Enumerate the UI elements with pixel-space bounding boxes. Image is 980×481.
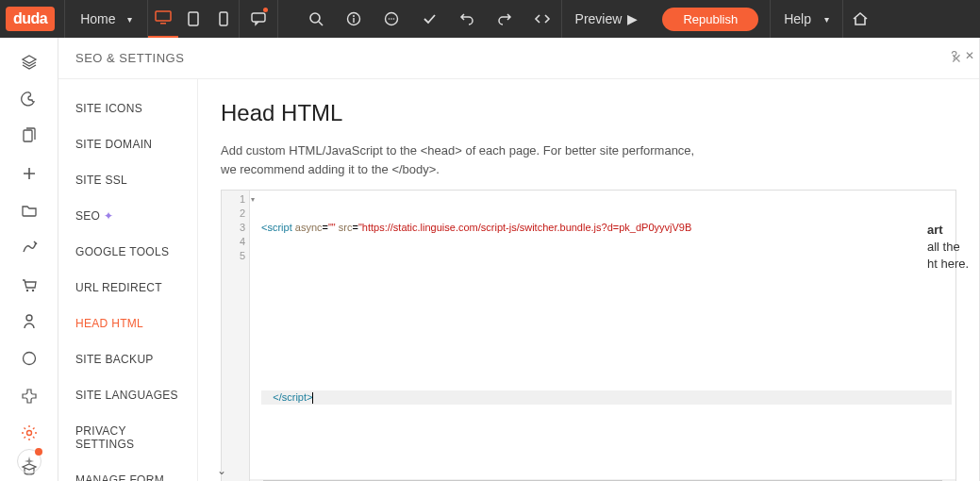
- svg-rect-4: [252, 13, 265, 22]
- code-content[interactable]: <script async="" src="https://static.lin…: [250, 191, 955, 481]
- svg-point-11: [388, 18, 390, 20]
- mobile-device-icon[interactable]: [208, 0, 239, 38]
- ecommerce-icon[interactable]: [18, 274, 41, 295]
- code-line: [261, 306, 952, 320]
- code-line: </script>: [261, 390, 952, 405]
- sparkle-icon: ✦: [104, 209, 113, 223]
- nav-url-redirect[interactable]: URL REDIRECT: [58, 270, 197, 306]
- line-number: 5: [222, 249, 245, 263]
- svg-rect-9: [353, 18, 354, 23]
- code-line: [261, 348, 952, 362]
- svg-line-6: [319, 22, 323, 25]
- svg-point-19: [26, 430, 31, 435]
- settings-panel: SEO & SETTINGS ✕ SITE ICONS SITE DOMAIN …: [58, 38, 980, 481]
- svg-point-13: [392, 18, 394, 20]
- chat-icon[interactable]: [373, 0, 410, 38]
- preview-button[interactable]: Preview ▶: [562, 0, 652, 38]
- line-number: 1: [222, 192, 245, 207]
- chevron-down-icon: ▾: [127, 14, 132, 25]
- home-icon[interactable]: [843, 0, 877, 38]
- page-dropdown[interactable]: Home ▾: [65, 0, 146, 38]
- tablet-device-icon[interactable]: [178, 0, 208, 38]
- svg-rect-3: [220, 12, 227, 25]
- palette-icon[interactable]: [18, 88, 41, 109]
- redo-icon[interactable]: [486, 0, 523, 38]
- svg-point-8: [353, 15, 355, 17]
- republish-button[interactable]: Republish: [662, 8, 758, 31]
- body-area: SEO & SETTINGS ✕ SITE ICONS SITE DOMAIN …: [0, 38, 980, 481]
- code-editor[interactable]: 1 2 3 4 5 <script async="" src="https://…: [221, 190, 956, 481]
- search-icon[interactable]: [297, 0, 335, 38]
- nav-google-tools[interactable]: GOOGLE TOOLS: [58, 234, 197, 270]
- code-gutter: 1 2 3 4 5: [222, 191, 250, 481]
- folder-icon[interactable]: [18, 199, 41, 221]
- svg-point-12: [390, 18, 392, 20]
- apps-icon[interactable]: [18, 385, 41, 406]
- nav-site-ssl[interactable]: SITE SSL: [58, 162, 197, 198]
- nav-manage-form[interactable]: MANAGE FORM: [58, 462, 197, 481]
- line-number: 4: [222, 235, 245, 249]
- comments-icon[interactable]: [240, 0, 277, 38]
- checkmark-icon[interactable]: [410, 0, 448, 38]
- svg-point-17: [26, 315, 32, 321]
- svg-point-5: [310, 13, 320, 23]
- left-rail: [0, 38, 58, 481]
- brand-logo[interactable]: duda: [6, 7, 55, 31]
- settings-gear-icon[interactable]: [18, 422, 41, 443]
- panel-main: Head HTML Add custom HTML/JavaScript to …: [198, 79, 979, 481]
- panel-title: SEO & SETTINGS: [75, 51, 184, 65]
- preview-label: Preview: [575, 11, 623, 26]
- code-line: <script async="" src="https://static.lin…: [261, 221, 952, 235]
- nav-site-icons[interactable]: SITE ICONS: [58, 91, 197, 126]
- personalize-icon[interactable]: [18, 237, 41, 258]
- play-icon: ▶: [627, 11, 638, 26]
- undo-icon[interactable]: [448, 0, 486, 38]
- nav-site-backup[interactable]: SITE BACKUP: [58, 341, 197, 377]
- ai-assistant-icon[interactable]: [17, 449, 42, 473]
- chevron-down-icon[interactable]: ⌄: [217, 464, 226, 477]
- nav-seo[interactable]: SEO✦: [58, 198, 197, 234]
- help-dropdown[interactable]: Help ▾: [771, 0, 842, 38]
- close-icon[interactable]: ✕: [951, 51, 963, 66]
- page-description: Add custom HTML/JavaScript to the <head>…: [221, 141, 711, 178]
- top-bar: duda Home ▾: [0, 0, 980, 38]
- device-switcher: [148, 0, 239, 38]
- info-icon[interactable]: [335, 0, 373, 38]
- svg-rect-2: [189, 12, 198, 25]
- nav-site-languages[interactable]: SITE LANGUAGES: [58, 377, 197, 413]
- members-icon[interactable]: [18, 310, 41, 332]
- line-number: 2: [222, 207, 245, 221]
- svg-point-16: [31, 289, 33, 290]
- notification-dot-icon: [35, 448, 42, 456]
- code-line: [261, 263, 952, 277]
- notification-dot-icon: [263, 8, 268, 12]
- blog-icon[interactable]: [18, 348, 41, 370]
- svg-point-18: [23, 353, 35, 365]
- layers-icon[interactable]: [18, 51, 41, 73]
- settings-nav: SITE ICONS SITE DOMAIN SITE SSL SEO✦ GOO…: [58, 79, 198, 481]
- svg-point-15: [25, 289, 27, 290]
- panel-header: SEO & SETTINGS ✕: [58, 38, 979, 79]
- nav-head-html[interactable]: HEAD HTML: [58, 306, 197, 341]
- svg-rect-14: [24, 130, 32, 141]
- help-label: Help: [784, 11, 811, 26]
- chevron-down-icon: ▾: [824, 14, 829, 25]
- desktop-device-icon[interactable]: [148, 0, 178, 38]
- nav-privacy-settings[interactable]: PRIVACY SETTINGS: [58, 413, 197, 462]
- add-icon[interactable]: [18, 162, 41, 184]
- separator: [277, 0, 278, 38]
- page-title: Head HTML: [221, 100, 956, 126]
- panel-body: SITE ICONS SITE DOMAIN SITE SSL SEO✦ GOO…: [58, 79, 979, 481]
- line-number: 3: [222, 221, 245, 235]
- text-cursor-icon: [312, 392, 313, 404]
- pages-icon[interactable]: [18, 125, 41, 147]
- svg-rect-1: [160, 23, 166, 25]
- svg-rect-0: [156, 11, 171, 21]
- dev-mode-icon[interactable]: [523, 0, 561, 38]
- page-dropdown-label: Home: [80, 11, 115, 26]
- nav-site-domain[interactable]: SITE DOMAIN: [58, 126, 197, 162]
